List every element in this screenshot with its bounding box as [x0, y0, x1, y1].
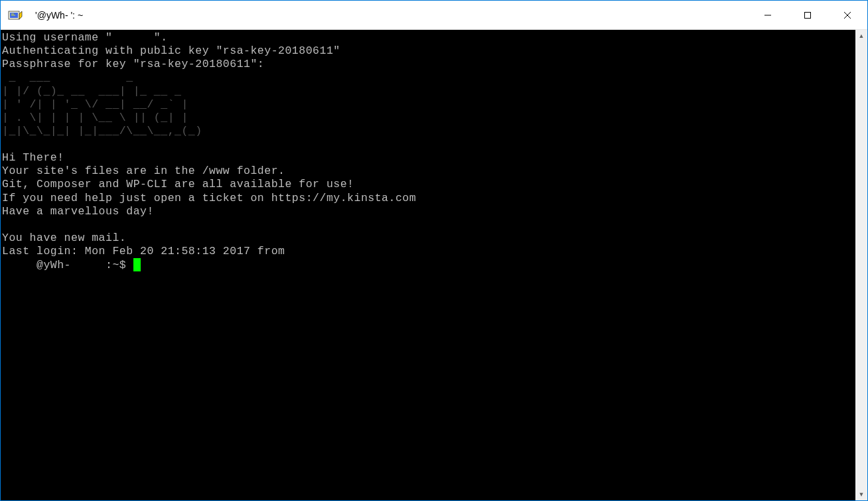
- terminal-line: You have new mail.: [2, 232, 126, 244]
- terminal-line: Authenticating with public key "rsa-key-…: [2, 44, 340, 57]
- window-title: '@yWh- ': ~: [30, 10, 748, 21]
- terminal-wrapper: Using username " ". Authenticating with …: [1, 30, 867, 500]
- terminal-cursor: [133, 258, 141, 271]
- window-controls: [748, 1, 867, 29]
- scrollbar-down-arrow[interactable]: ▼: [855, 488, 867, 500]
- terminal-line: Using username " ".: [2, 31, 168, 44]
- terminal-line: Have a marvellous day!: [2, 205, 154, 218]
- terminal-line: Last login: Mon Feb 20 21:58:13 2017 fro…: [2, 245, 292, 257]
- window-titlebar: '@yWh- ': ~: [1, 1, 867, 30]
- maximize-button[interactable]: [788, 1, 828, 30]
- close-button[interactable]: [828, 1, 867, 30]
- terminal-line: If you need help just open a ticket on h…: [2, 192, 416, 204]
- scrollbar-up-arrow[interactable]: ▲: [855, 30, 867, 42]
- svg-rect-5: [805, 13, 811, 19]
- ascii-art-banner: _ ___ _ | |/ (_)_ __ ___| |_ __ _ | ' /|…: [2, 71, 202, 137]
- terminal-output[interactable]: Using username " ". Authenticating with …: [1, 30, 855, 500]
- terminal-line: Your site's files are in the /www folder…: [2, 165, 285, 177]
- vertical-scrollbar[interactable]: ▲ ▼: [855, 30, 867, 500]
- terminal-line: Hi There!: [2, 151, 64, 164]
- terminal-line: Git, Composer and WP-CLI are all availab…: [2, 178, 354, 190]
- terminal-prompt: @yWh- :~$: [2, 259, 133, 271]
- minimize-button[interactable]: [748, 1, 788, 30]
- terminal-line: Passphrase for key "rsa-key-20180611":: [2, 58, 264, 70]
- putty-icon: [1, 1, 30, 30]
